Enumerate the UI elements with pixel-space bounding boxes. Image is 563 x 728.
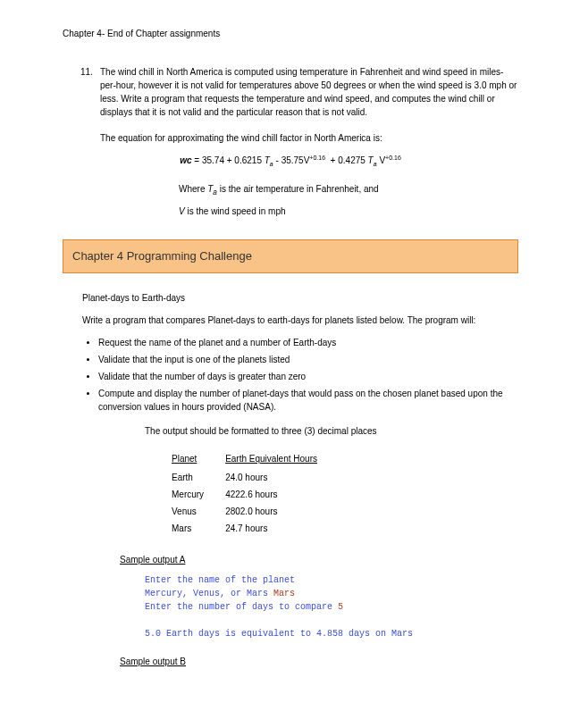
list-item: Validate that the input is one of the pl… [98,353,518,366]
where-line-2: V is the wind speed in mph [179,205,518,218]
list-item: Compute and display the number of planet… [98,387,518,414]
table-row: Mars24.7 hours [172,520,339,537]
question-number: 11. [80,65,100,119]
requirements-list: Request the name of the planet and a num… [82,336,518,414]
col-hours: Earth Equivalent Hours [225,450,339,469]
question-11: 11. The wind chill in North America is c… [80,65,518,119]
where-line-1: Where Ta is the air temperature in Fahre… [179,182,518,197]
list-item: Validate that the number of days is grea… [98,370,518,383]
question-body: The wind chill in North America is compu… [100,65,518,119]
table-row: Mercury4222.6 hours [172,486,339,503]
output-format-note: The output should be formatted to three … [145,424,518,438]
where-pre: Where [179,184,207,194]
planet-intro: Write a program that compares Planet-day… [82,314,518,327]
table-row: Venus2802.0 hours [172,503,339,520]
challenge-banner: Chapter 4 Programming Challenge [63,239,518,273]
planet-table: Planet Earth Equivalent Hours Earth24.0 … [172,450,518,537]
planet-title: Planet-days to Earth-days [82,291,518,305]
where-post: is the air temperature in Fahrenheit, an… [217,184,379,194]
v-symbol: V [179,206,185,216]
planet-section: Planet-days to Earth-days Write a progra… [82,291,518,668]
sample-b-header: Sample output B [120,655,518,668]
wind-chill-equation: wc = 35.74 + 0.6215 Ta - 35.75V+0.16 + 0… [63,154,518,170]
list-item: Request the name of the planet and a num… [98,336,518,349]
sample-a-header: Sample output A [120,553,518,566]
where2-post: is the wind speed in mph [185,206,286,216]
sample-a-console: Enter the name of the planet Mercury, Ve… [145,573,518,640]
page-header: Chapter 4- End of Chapter assignments [63,27,518,40]
equation-intro: The equation for approximating the wind … [100,131,518,145]
table-row: Earth24.0 hours [172,469,339,486]
col-planet: Planet [172,450,225,469]
